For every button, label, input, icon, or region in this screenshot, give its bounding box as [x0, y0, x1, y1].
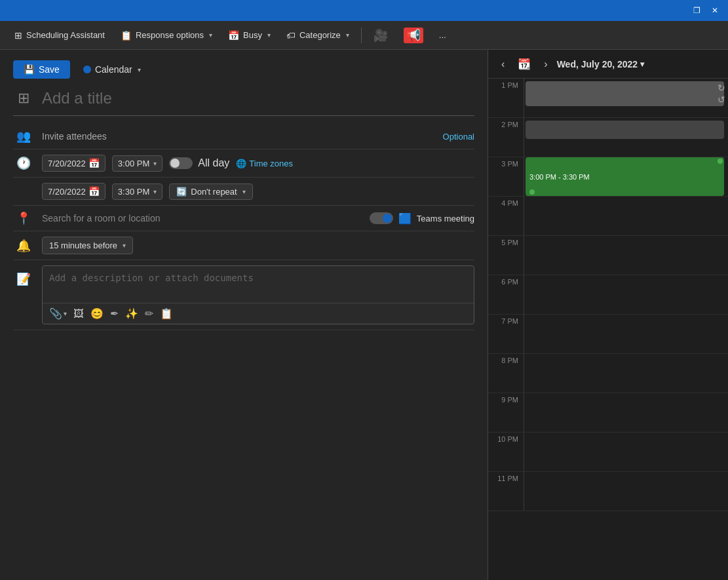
title-row: ⊞ [13, 89, 474, 116]
time-content-3pm: 3:00 PM - 3:30 PM [524, 157, 728, 196]
all-day-toggle-container: All day [169, 157, 229, 169]
teams-section: 🟦 Teams meeting [370, 212, 474, 225]
calendar-prev-button[interactable]: ‹ [497, 57, 508, 71]
calendar-next-button[interactable]: › [540, 57, 551, 71]
bell-icon: 🔔 [13, 239, 34, 253]
start-date-field[interactable]: 7/20/2022 📅 [42, 155, 105, 172]
teams-toggle[interactable] [370, 212, 393, 224]
end-time-dropdown-arrow: ▾ [153, 188, 157, 195]
busy-icon: 📅 [228, 30, 239, 41]
scheduling-assistant-button[interactable]: ⊞ Scheduling Assistant [8, 28, 111, 43]
refresh-icon-2[interactable]: ↺ [718, 94, 725, 105]
dot-bottom-3pm [529, 189, 535, 195]
attendees-input[interactable] [42, 131, 436, 142]
red-icon: 📢 [404, 28, 423, 43]
time-slot-8pm: 8 PM [488, 354, 728, 393]
calendar-grid-button[interactable]: 📆 [514, 56, 535, 71]
event-1pm[interactable] [526, 81, 724, 106]
calendar-selector[interactable]: Calendar ▾ [78, 62, 146, 77]
more-button[interactable]: ... [432, 28, 453, 43]
title-input[interactable] [42, 89, 474, 107]
location-row: 📍 🟦 Teams meeting [13, 206, 474, 231]
event-2pm[interactable] [526, 121, 724, 139]
reminder-content: 15 minutes before ▾ [42, 237, 474, 254]
categorize-dropdown-arrow: ▾ [346, 31, 349, 39]
save-row: 💾 Save Calendar ▾ [13, 60, 474, 79]
time-slot-6pm: 6 PM [488, 275, 728, 315]
form-icon[interactable]: 📋 [160, 307, 173, 320]
title-icon: ⊞ [13, 90, 34, 107]
time-label-6pm: 6 PM [488, 275, 524, 286]
time-slot-7pm: 7 PM [488, 315, 728, 354]
all-day-toggle[interactable] [169, 157, 193, 169]
time-content-4pm [524, 197, 728, 235]
toolbar: ⊞ Scheduling Assistant 📋 Response option… [0, 21, 728, 50]
time-label-5pm: 5 PM [488, 236, 524, 246]
image-icon[interactable]: 🖼 [73, 308, 84, 320]
clock-icon: 🕐 [13, 156, 34, 170]
time-label-8pm: 8 PM [488, 354, 524, 364]
time-content-8pm [524, 354, 728, 393]
title-bar: ❐ ✕ [0, 0, 728, 21]
refresh-icons-1pm: ↻ ↺ [718, 83, 725, 105]
calendar-date-title[interactable]: Wed, July 20, 2022 ▾ [557, 59, 644, 69]
ai-icon[interactable]: ✨ [125, 307, 138, 320]
toggle-knob [170, 159, 180, 168]
optional-button[interactable]: Optional [443, 132, 474, 142]
teams-video-button[interactable]: 🎥 [367, 26, 394, 45]
calendar-dot [83, 66, 91, 73]
location-input[interactable] [42, 213, 363, 223]
response-options-button[interactable]: 📋 Response options ▾ [114, 28, 219, 43]
time-label-7pm: 7 PM [488, 315, 524, 325]
teams-toggle-knob [383, 214, 392, 223]
end-datetime-row: 7/20/2022 📅 3:30 PM ▾ 🔄 Don't repeat ▾ [13, 178, 474, 206]
red-icon-button[interactable]: 📢 [397, 25, 430, 46]
time-content-9pm [524, 393, 728, 432]
calendar-header: ‹ 📆 › Wed, July 20, 2022 ▾ [488, 50, 728, 79]
end-time-field[interactable]: 3:30 PM ▾ [112, 184, 163, 200]
time-slot-3pm: 3 PM 3:00 PM - 3:30 PM [488, 157, 728, 197]
close-button[interactable]: ✕ [707, 4, 723, 17]
dropdown-attach-arrow[interactable]: ▾ [64, 310, 67, 317]
time-label-2pm: 2 PM [488, 118, 524, 128]
time-slot-9pm: 9 PM [488, 393, 728, 433]
description-toolbar: 📎 ▾ 🖼 😊 ✒ ✨ ✏ 📋 [43, 303, 474, 324]
repeat-field[interactable]: 🔄 Don't repeat ▾ [169, 184, 252, 200]
time-label-3pm: 3 PM [488, 157, 524, 168]
calendar-panel: ‹ 📆 › Wed, July 20, 2022 ▾ 1 PM ↻ ↺ [488, 50, 728, 580]
edit-icon[interactable]: ✏ [145, 307, 153, 320]
start-datetime-row: 🕐 7/20/2022 📅 3:00 PM ▾ All day � [13, 149, 474, 178]
time-label-10pm: 10 PM [488, 433, 524, 443]
toolbar-separator [361, 28, 362, 43]
reminder-dropdown-arrow: ▾ [123, 242, 126, 249]
start-time-field[interactable]: 3:00 PM ▾ [112, 155, 163, 172]
time-content-5pm [524, 236, 728, 275]
description-content: 📎 ▾ 🖼 😊 ✒ ✨ ✏ 📋 [42, 265, 474, 324]
emoji-icon[interactable]: 😊 [90, 307, 104, 320]
event-3pm[interactable]: 3:00 PM - 3:30 PM [526, 157, 724, 196]
categorize-icon: 🏷 [286, 30, 296, 41]
refresh-icon-1[interactable]: ↻ [718, 83, 725, 93]
cal-date-dropdown-arrow: ▾ [640, 60, 644, 69]
attendees-row: 👥 Optional [13, 124, 474, 149]
time-label-1pm: 1 PM [488, 79, 524, 89]
description-input[interactable] [43, 266, 474, 303]
scheduling-icon: ⊞ [14, 30, 22, 41]
repeat-icon: 🔄 [176, 187, 187, 197]
time-slot-4pm: 4 PM [488, 197, 728, 236]
attach-icon[interactable]: 📎 [49, 307, 62, 320]
busy-button[interactable]: 📅 Busy ▾ [221, 28, 277, 43]
restore-button[interactable]: ❐ [689, 4, 704, 17]
busy-dropdown-arrow: ▾ [267, 31, 271, 39]
timeline: 1 PM ↻ ↺ 2 PM 3 PM [488, 79, 728, 580]
ink-icon[interactable]: ✒ [110, 307, 119, 320]
end-date-field[interactable]: 7/20/2022 📅 [42, 183, 105, 200]
globe-icon: 🌐 [236, 159, 246, 168]
time-zones-link[interactable]: 🌐 Time zones [236, 159, 293, 168]
categorize-button[interactable]: 🏷 Categorize ▾ [280, 28, 356, 43]
reminder-dropdown[interactable]: 15 minutes before ▾ [42, 237, 133, 254]
description-area: 📎 ▾ 🖼 😊 ✒ ✨ ✏ 📋 [42, 265, 474, 324]
time-label-11pm: 11 PM [488, 472, 524, 482]
time-slot-2pm: 2 PM [488, 118, 728, 157]
save-button[interactable]: 💾 Save [13, 60, 70, 79]
